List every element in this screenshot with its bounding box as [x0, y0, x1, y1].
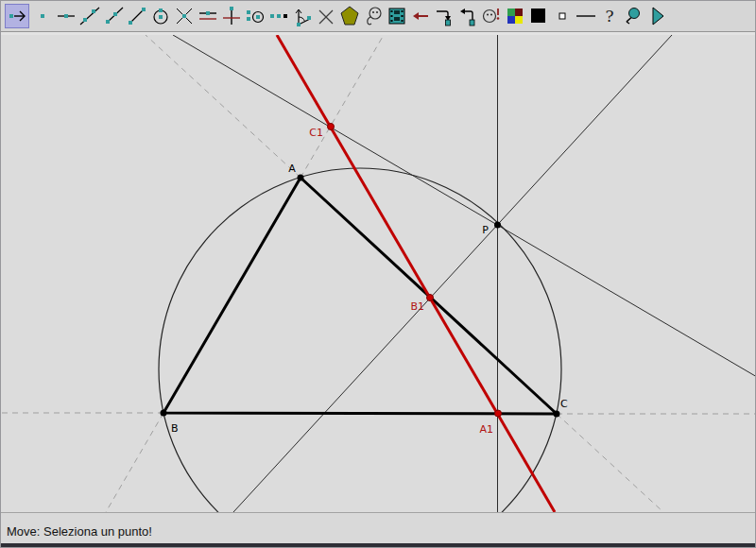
point-A1[interactable]: [495, 410, 502, 417]
segment-tool[interactable]: [127, 5, 147, 28]
line-tool[interactable]: [79, 5, 100, 28]
perpendicular-P-to-CA[interactable]: [233, 35, 672, 512]
point-tool[interactable]: [32, 5, 53, 28]
label-A1: A1: [479, 423, 493, 436]
perpendicular-P-to-AB[interactable]: [173, 35, 756, 377]
label-A: A: [288, 163, 296, 175]
point-P[interactable]: [494, 222, 501, 229]
status-bar: Move: Seleziona un punto!: [1, 517, 755, 545]
parallel-tool[interactable]: [198, 5, 218, 28]
circumcircle[interactable]: [159, 168, 561, 512]
run-button[interactable]: [646, 5, 667, 28]
current-color-swatch[interactable]: [528, 5, 549, 28]
extension-AC-beyond-C: [557, 414, 663, 512]
locus-tool[interactable]: [363, 5, 384, 28]
color-picker-button[interactable]: [505, 5, 525, 28]
move-tool[interactable]: [5, 4, 29, 28]
label-C1: C1: [309, 127, 323, 139]
undo-step-button[interactable]: [434, 5, 455, 28]
angle-tool[interactable]: [292, 5, 313, 28]
help-button[interactable]: ?: [599, 5, 620, 28]
fixed-distance-tool[interactable]: [268, 5, 289, 28]
app-window: ? ABCPA1B1C1 Move: Seleziona un punto!: [0, 0, 756, 548]
point-style-button[interactable]: [552, 5, 573, 28]
status-message: Move: Seleziona un punto!: [7, 524, 152, 539]
window-bottom-edge: [1, 543, 755, 547]
label-P: P: [482, 224, 489, 236]
grab-zoom-button[interactable]: [623, 5, 644, 28]
point-A[interactable]: [298, 175, 304, 181]
line-style-button[interactable]: [576, 5, 596, 28]
ray-tool[interactable]: [103, 5, 124, 28]
label-B1: B1: [410, 300, 424, 313]
label-C: C: [560, 398, 568, 410]
point-on-line-tool[interactable]: [56, 5, 77, 28]
delete-tool[interactable]: [316, 5, 336, 28]
geometry-canvas[interactable]: ABCPA1B1C1: [1, 35, 756, 512]
point-B1[interactable]: [427, 295, 434, 301]
show-hidden-button[interactable]: [481, 5, 502, 28]
back-button[interactable]: [410, 5, 431, 28]
compass-tool[interactable]: [245, 5, 266, 28]
extension-AB-beyond-B: [106, 413, 163, 512]
point-C1[interactable]: [328, 124, 335, 130]
circle-tool[interactable]: [150, 5, 171, 28]
perpendicular-tool[interactable]: [221, 5, 242, 28]
redo-step-button[interactable]: [457, 5, 478, 28]
svg-text:?: ?: [605, 7, 613, 26]
simson-line[interactable]: [277, 35, 555, 512]
label-B: B: [171, 422, 179, 435]
toolbar: ?: [1, 1, 755, 31]
extension-CA-beyond-A: [146, 35, 301, 178]
point-B[interactable]: [161, 410, 167, 417]
point-C[interactable]: [554, 411, 560, 418]
extension-BA-beyond-A: [301, 35, 384, 178]
polygon-tool[interactable]: [339, 5, 360, 28]
intersection-tool[interactable]: [174, 5, 195, 28]
animation-tool[interactable]: [387, 5, 407, 28]
drawing-area[interactable]: ABCPA1B1C1: [1, 35, 755, 512]
